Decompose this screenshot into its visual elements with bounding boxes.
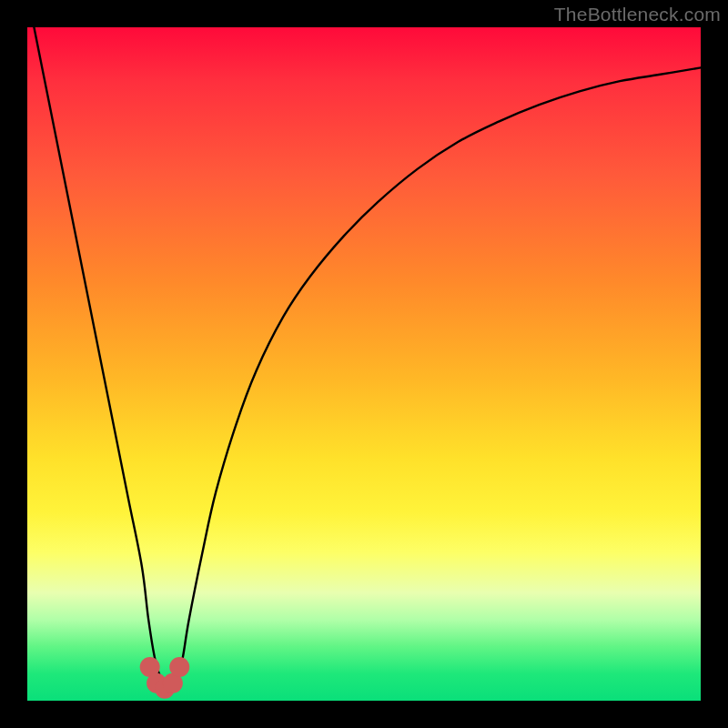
watermark-text: TheBottleneck.com [554, 4, 721, 25]
cluster-dot [169, 657, 189, 677]
curve-layer [27, 27, 701, 701]
chart-frame: TheBottleneck.com [0, 0, 728, 728]
bottleneck-curve [34, 27, 701, 687]
plot-area [27, 27, 701, 701]
bottom-cluster [140, 657, 190, 699]
